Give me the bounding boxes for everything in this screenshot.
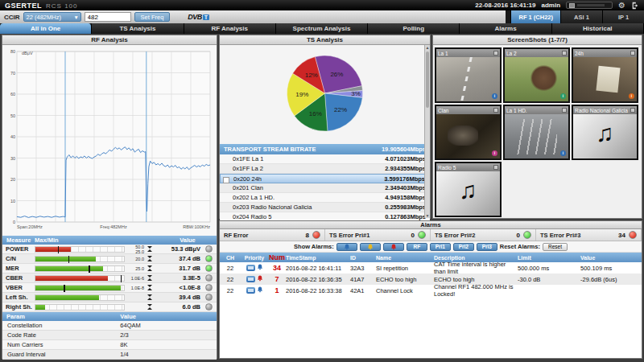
input-tab-rf1ch22[interactable]: RF 1 (CH22) — [510, 10, 560, 23]
alarm-table-header: CHPriorityNumTimeStampIDNameDescriptionL… — [220, 253, 642, 262]
alarm-table: 22342016-08-22 16:41:1132A3SI repetition… — [220, 262, 642, 296]
screenshot-thumbnail[interactable]: 24hi — [572, 47, 638, 103]
priority-icon — [246, 287, 255, 294]
alarm-status-tserrorpri1: TS Error Pri#10 — [325, 229, 431, 241]
filter-bell-error[interactable] — [383, 243, 404, 251]
maxmin-arrows-icon[interactable] — [146, 294, 153, 300]
alarm-ch: 22 — [220, 287, 241, 294]
service-bitrate: 4.949158Mbps — [385, 194, 426, 201]
alarm-description: Channel RF1 482.000 MHz is Locked! — [434, 283, 518, 298]
screenshot-thumbnail[interactable]: Radio 5♫ — [435, 162, 502, 217]
measure-value: 53.3 dBμV — [153, 245, 205, 253]
screenshot-thumbnail[interactable]: La 1 HD.i — [503, 105, 570, 160]
bitrate-row[interactable]: 0x1FE La 14.071023Mbps — [220, 154, 430, 164]
scroll-thumb[interactable] — [426, 51, 429, 108]
thumbnail-close-icon[interactable] — [493, 108, 498, 113]
dvbt-logo: DVB T — [188, 13, 209, 21]
tab-alarms[interactable]: Alarms — [460, 23, 551, 34]
info-icon[interactable]: i — [560, 150, 566, 156]
tab-historical[interactable]: Historical — [552, 23, 644, 34]
screenshot-thumbnail[interactable]: Radio Nacional Galicia♫ — [572, 105, 638, 160]
tab-spectrum-analysis[interactable]: Spectrum Analysis — [276, 23, 368, 34]
maxmin-col: Max/Min — [35, 237, 159, 244]
filter-pri3[interactable]: Pri3 — [477, 243, 497, 251]
measure-bar — [35, 266, 103, 271]
alarm-col-limit: Limit — [518, 255, 580, 261]
maxmin-arrows-icon[interactable] — [146, 285, 153, 290]
bitrate-row[interactable]: 0x1FF La 22.934355Mbps — [220, 164, 430, 174]
thumbnail-close-icon[interactable] — [630, 108, 635, 113]
bitrate-row[interactable]: 0x201 Clan2.349403Mbps — [220, 183, 430, 193]
input-tab-ip1[interactable]: IP 1 — [602, 10, 644, 23]
dvb-t-badge: T — [203, 14, 209, 20]
set-freq-button[interactable]: Set Freq — [134, 12, 171, 22]
alarm-status-label: RF Error — [224, 232, 303, 239]
thumbnail-close-icon[interactable] — [493, 165, 498, 170]
input-tab-asi1[interactable]: ASI 1 — [560, 10, 602, 23]
measure-bar-track — [35, 285, 125, 291]
svg-text:22%: 22% — [334, 106, 347, 113]
measure-row-vber: VBER1.0E-8<1.0E-8 — [2, 283, 217, 293]
maxmin-arrows-icon[interactable] — [146, 246, 153, 252]
bitrate-row[interactable]: 0x203 Radio Nacional Galicia0.255983Mbps — [220, 203, 430, 212]
reset-alarms-button[interactable]: Reset — [543, 243, 568, 251]
filter-rf[interactable]: RF — [407, 243, 427, 251]
info-icon[interactable]: i — [492, 150, 497, 156]
rf-analysis-panel: RF Analysis 01020304050607080dBμVSpan:20… — [2, 35, 217, 359]
service-name: 0x202 La 1 HD. — [233, 194, 275, 201]
info-icon[interactable]: i — [629, 93, 634, 99]
status-button[interactable] — [566, 2, 613, 9]
svg-text:70: 70 — [10, 71, 15, 76]
tab-all-in-one[interactable]: All in One — [0, 23, 92, 34]
service-name: 0x204 Radio 5 — [233, 213, 271, 220]
thumbnail-close-icon[interactable] — [493, 51, 498, 56]
maxmin-arrows-icon[interactable] — [146, 304, 153, 310]
screenshot-thumbnail[interactable]: La 1i — [435, 47, 502, 103]
tab-rf-analysis[interactable]: RF Analysis — [184, 23, 276, 34]
measure-row-cber: CBER1.0E-63.3E-5 — [2, 274, 217, 283]
maxmin-arrows-icon[interactable] — [146, 265, 153, 271]
datetime-label: 22-08-2016 16:41:19 — [475, 2, 535, 9]
screenshot-thumbnail[interactable]: La 2i — [503, 47, 570, 103]
maxmin-arrows-icon[interactable] — [146, 275, 153, 281]
scroll-up-icon[interactable]: ▲ — [425, 45, 430, 50]
measure-led — [205, 294, 213, 301]
alarm-row: 22342016-08-22 16:41:1132A3SI repetition… — [220, 262, 642, 274]
thumbnail-close-icon[interactable] — [562, 108, 567, 113]
service-name: 0x201 Clan — [233, 184, 263, 191]
music-note-icon: ♫ — [573, 121, 637, 146]
info-icon[interactable]: i — [560, 93, 566, 99]
thumbnail-image: i — [505, 57, 568, 101]
filter-bell-info[interactable] — [336, 243, 357, 251]
measure-value: 37.4 dB — [153, 255, 205, 262]
tab-polling[interactable]: Polling — [368, 23, 460, 34]
filter-pri1[interactable]: Pri1 — [430, 243, 451, 251]
bitrate-row[interactable]: 0x200 24h3.599176Mbps — [220, 174, 430, 183]
scroll-down-icon[interactable]: ▼ — [425, 213, 430, 218]
param-row: Num Carriers8K — [2, 340, 217, 350]
screenshot-thumbnail[interactable]: Clani — [435, 105, 502, 160]
thumbnail-close-icon[interactable] — [562, 51, 567, 56]
arrow-down-icon — [147, 246, 152, 249]
channel-select[interactable]: 22 (482MHz) ▾ — [23, 12, 81, 22]
settings-gear-icon[interactable]: ⚙ — [618, 2, 625, 10]
alarm-col-value: Value — [580, 255, 642, 261]
bitrate-row[interactable]: 0x202 La 1 HD.4.949158Mbps — [220, 193, 430, 203]
thumbnail-close-icon[interactable] — [630, 51, 635, 56]
filter-pri2[interactable]: Pri2 — [453, 243, 474, 251]
filter-bell-warning[interactable] — [360, 243, 381, 251]
svg-text:30: 30 — [10, 156, 15, 161]
service-bitrate: 2.349403Mbps — [385, 184, 426, 191]
measure-bar-track — [35, 246, 125, 253]
music-note-icon: ♫ — [436, 179, 500, 203]
alarm-col-num: Num — [268, 253, 286, 261]
ts-scrollbar[interactable]: ▲ ▼ — [424, 45, 430, 218]
svg-text:60: 60 — [10, 92, 15, 97]
tab-ts-analysis[interactable]: TS Analysis — [92, 23, 184, 34]
logout-icon[interactable] — [631, 2, 639, 10]
info-icon[interactable]: i — [492, 93, 497, 99]
measure-name: Left Sh. — [2, 294, 35, 301]
maxmin-arrows-icon[interactable] — [146, 256, 153, 261]
frequency-input[interactable] — [85, 12, 131, 22]
alarm-status-count: 0 — [411, 232, 415, 239]
